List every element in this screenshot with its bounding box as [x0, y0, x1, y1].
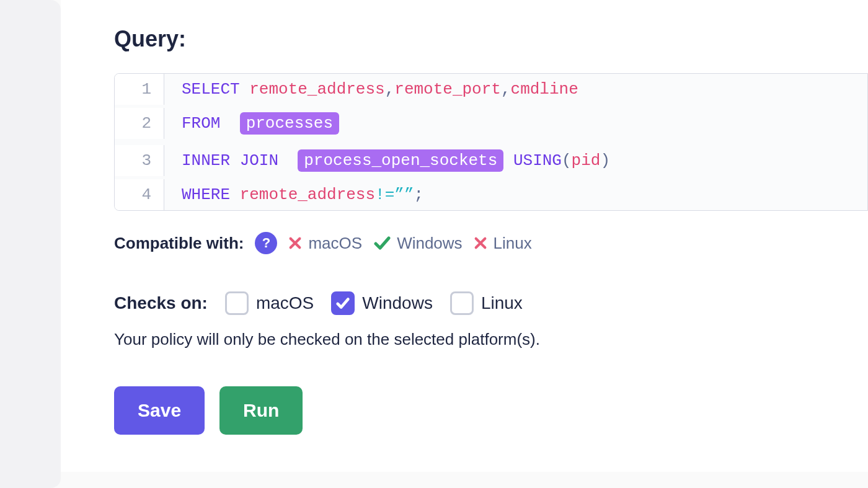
table-chip-processes[interactable]: processes [240, 112, 339, 135]
action-button-row: Save Run [114, 386, 868, 435]
compatibility-row: Compatible with: ? macOS Windows Linux [114, 232, 868, 254]
checkbox-macos[interactable] [225, 291, 249, 315]
code-line-3[interactable]: INNER JOIN process_open_sockets USING(pi… [164, 142, 610, 179]
checkbox-label: Linux [481, 293, 523, 313]
checkbox-item-macos[interactable]: macOS [225, 291, 314, 315]
compat-name: Linux [494, 234, 532, 253]
checks-helper-text: Your policy will only be checked on the … [114, 330, 868, 349]
line-number: 3 [115, 145, 164, 176]
checks-row: Checks on: macOS Windows Linux [114, 291, 868, 315]
left-page-silhouette [0, 0, 61, 488]
sql-editor[interactable]: 1 SELECT remote_address,remote_port,cmdl… [114, 73, 868, 211]
code-line-1[interactable]: SELECT remote_address,remote_port,cmdlin… [164, 74, 578, 105]
line-number: 4 [115, 179, 164, 210]
compat-item-windows: Windows [373, 234, 462, 253]
code-line-2[interactable]: FROM processes [164, 105, 339, 142]
checkbox-item-linux[interactable]: Linux [450, 291, 523, 315]
compat-name: Windows [397, 234, 462, 253]
checks-label: Checks on: [114, 293, 208, 313]
compat-item-macos: macOS [288, 234, 362, 253]
save-button[interactable]: Save [114, 386, 205, 435]
run-button[interactable]: Run [219, 386, 303, 435]
check-icon [335, 295, 351, 311]
x-icon [474, 236, 487, 250]
checkbox-linux[interactable] [450, 291, 474, 315]
query-section-title: Query: [114, 26, 868, 52]
compat-item-linux: Linux [474, 234, 532, 253]
code-line-4[interactable]: WHERE remote_address!=””; [164, 179, 423, 210]
compat-name: macOS [308, 234, 362, 253]
checkbox-label: macOS [256, 293, 314, 313]
line-number: 1 [115, 74, 164, 105]
check-icon [373, 234, 391, 252]
line-number: 2 [115, 108, 164, 139]
compatibility-label: Compatible with: [114, 234, 244, 253]
table-chip-process-open-sockets[interactable]: process_open_sockets [298, 149, 503, 172]
query-editor-panel: Query: 1 SELECT remote_address,remote_po… [61, 0, 868, 472]
checkbox-windows[interactable] [331, 291, 355, 315]
help-icon[interactable]: ? [255, 232, 277, 254]
checkbox-item-windows[interactable]: Windows [331, 291, 433, 315]
checkbox-label: Windows [362, 293, 433, 313]
x-icon [288, 236, 302, 250]
